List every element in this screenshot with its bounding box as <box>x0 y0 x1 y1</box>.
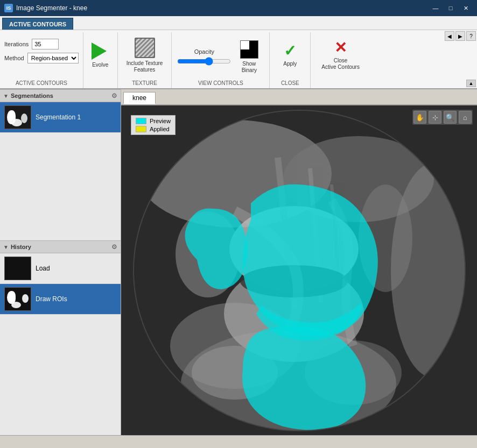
window-controls: — □ ✕ <box>429 3 473 13</box>
segmentations-title: Segmentations <box>11 93 53 99</box>
iterations-input[interactable] <box>32 39 59 49</box>
sidebar: ▼ Segmentations ⚙ Segmentation 1 <box>0 89 121 435</box>
texture-icon <box>135 38 155 58</box>
list-item[interactable]: Draw ROIs <box>0 284 121 315</box>
canvas-viewport: ✋ ⊹ 🔍 ⌂ Preview Applied <box>121 105 477 435</box>
segmentations-header[interactable]: ▼ Segmentations ⚙ <box>0 89 121 102</box>
method-label: Method <box>4 55 24 61</box>
status-bar <box>0 435 477 448</box>
history-gear-icon[interactable]: ⚙ <box>111 243 117 251</box>
opacity-label: Opacity <box>194 48 214 55</box>
show-binary-label: ShowBinary <box>242 61 257 74</box>
texture-button[interactable]: Include Texture Features <box>123 32 166 79</box>
segmentation-label: Segmentation 1 <box>36 113 81 121</box>
ribbon-help-button[interactable]: ? <box>466 31 476 41</box>
draw-rois-thumb-shape <box>5 288 31 310</box>
title-bar: IS Image Segmenter - knee — □ ✕ <box>0 0 477 16</box>
ribbon-forward-button[interactable]: ▶ <box>455 31 465 41</box>
segmentations-list: Segmentation 1 <box>0 102 121 133</box>
canvas-tabs: knee <box>121 89 477 105</box>
minimize-button[interactable]: — <box>429 3 443 13</box>
ribbon: Iterations Method Region-based Edge-base… <box>0 30 477 89</box>
iterations-label: Iterations <box>4 41 29 47</box>
history-chevron: ▼ <box>3 244 9 250</box>
history-title: History <box>11 244 31 250</box>
draw-rois-thumbnail <box>4 287 31 311</box>
texture-label: Include Texture Features <box>127 60 163 73</box>
tab-knee[interactable]: knee <box>123 92 156 104</box>
list-item[interactable]: Load <box>0 253 121 284</box>
show-binary-button[interactable]: ShowBinary <box>234 38 264 76</box>
window-title: Image Segmenter - knee <box>16 4 87 12</box>
maximize-button[interactable]: □ <box>444 3 458 13</box>
close-group: ✕ CloseActive Contours . <box>311 32 370 88</box>
apply-label: Apply <box>283 61 297 67</box>
ribbon-nav: ◀ ▶ ? <box>445 31 476 41</box>
load-thumbnail <box>4 257 31 280</box>
evolve-label: Evolve <box>92 62 108 68</box>
texture-group: Include Texture Features TEXTURE <box>118 32 172 88</box>
view-controls-label: VIEW CONTROLS <box>198 79 243 88</box>
apply-group: ✓ Apply CLOSE <box>270 32 311 88</box>
close-label: CloseActive Contours <box>321 58 360 70</box>
app-icon: IS <box>4 4 13 12</box>
close-active-contours-button[interactable]: ✕ CloseActive Contours <box>316 32 365 79</box>
draw-rois-label: Draw ROIs <box>36 295 67 303</box>
apply-button[interactable]: ✓ Apply <box>275 32 305 79</box>
canvas-area: knee ✋ ⊹ 🔍 ⌂ Preview Applied <box>121 89 477 435</box>
opacity-slider[interactable] <box>177 57 231 66</box>
ribbon-tabs: ACTIVE CONTOURS <box>0 16 477 30</box>
ribbon-collapse-button[interactable]: ▲ <box>466 80 476 87</box>
close-icon: ✕ <box>334 40 347 55</box>
evolve-icon <box>92 42 109 60</box>
seg-blob-bottom <box>11 119 22 126</box>
iterations-group: Iterations Method Region-based Edge-base… <box>2 32 83 88</box>
mri-container <box>121 105 477 435</box>
list-item[interactable]: Segmentation 1 <box>0 102 121 133</box>
active-contours-group-label: ACTIVE CONTOURS <box>4 79 79 88</box>
view-controls-group: Opacity ShowBinary VIEW CONTROLS <box>172 32 270 88</box>
segmentations-gear-icon[interactable]: ⚙ <box>111 92 117 99</box>
segmentations-empty-space <box>0 133 121 240</box>
binary-icon <box>240 40 258 59</box>
mri-image <box>127 105 472 435</box>
load-label: Load <box>36 265 50 272</box>
texture-group-label: TEXTURE <box>132 79 157 88</box>
window-close-button[interactable]: ✕ <box>459 3 473 13</box>
history-section: ▼ History ⚙ Load <box>0 240 121 435</box>
ribbon-back-button[interactable]: ◀ <box>445 31 454 41</box>
history-list: Load Draw ROIs <box>0 253 121 435</box>
sidebar-sections: ▼ Segmentations ⚙ Segmentation 1 <box>0 89 121 435</box>
tab-active-contours[interactable]: ACTIVE CONTOURS <box>2 18 73 30</box>
method-select[interactable]: Region-based Edge-based <box>27 53 79 63</box>
apply-group-label: CLOSE <box>281 79 299 88</box>
segmentation-thumbnail <box>4 105 31 129</box>
apply-icon: ✓ <box>284 44 296 59</box>
segmentations-chevron: ▼ <box>3 93 9 99</box>
evolve-button[interactable]: Evolve <box>86 32 115 79</box>
segmentations-section: ▼ Segmentations ⚙ Segmentation 1 <box>0 89 121 240</box>
history-header[interactable]: ▼ History ⚙ <box>0 240 121 253</box>
main-area: ▼ Segmentations ⚙ Segmentation 1 <box>0 89 477 435</box>
